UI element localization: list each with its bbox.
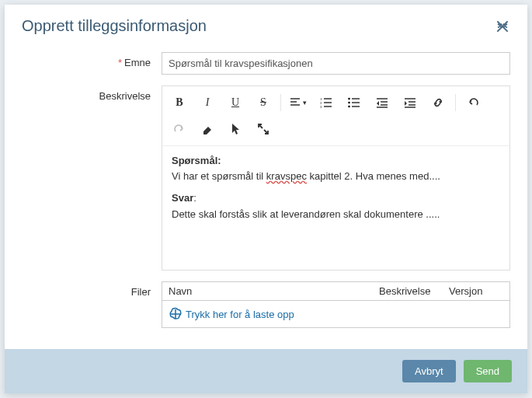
- rich-text-editor: B I U S ▾ 123: [162, 86, 510, 271]
- unordered-list-icon: [348, 97, 360, 108]
- redo-icon: [173, 123, 186, 135]
- align-left-icon: [290, 97, 302, 108]
- ordered-list-icon: 123: [320, 97, 332, 108]
- eraser-icon: [201, 124, 214, 134]
- link-button[interactable]: [424, 91, 452, 114]
- svg-point-3: [348, 98, 350, 100]
- toolbar-separator: [280, 94, 281, 111]
- indent-button[interactable]: [396, 91, 424, 114]
- modal-body: *Emne Beskrivelse B I U S ▾: [5, 44, 527, 349]
- col-description: Beskrivelse: [379, 285, 449, 297]
- file-table-header: Navn Beskrivelse Versjon: [162, 282, 509, 301]
- required-marker: *: [118, 57, 122, 68]
- close-icon: [495, 19, 510, 34]
- cursor-button[interactable]: [221, 117, 249, 141]
- file-table: Navn Beskrivelse Versjon Trykk her for å…: [162, 281, 510, 328]
- undo-button[interactable]: [459, 91, 487, 114]
- files-label: Filer: [22, 281, 162, 298]
- answer-text: Dette skal forstås slik at leverandøren …: [172, 208, 500, 222]
- svg-point-5: [348, 106, 350, 108]
- editor-content[interactable]: Spørsmål: Vi har et spørsmål til kravspe…: [162, 145, 509, 270]
- question-label: Spørsmål:: [172, 155, 221, 166]
- fullscreen-button[interactable]: [249, 117, 277, 141]
- description-row: Beskrivelse B I U S ▾ 123: [22, 86, 510, 271]
- underline-button[interactable]: U: [221, 91, 249, 114]
- expand-icon: [258, 124, 269, 134]
- outdent-button[interactable]: [368, 91, 396, 114]
- upload-text: Trykk her for å laste opp: [186, 309, 294, 320]
- ordered-list-button[interactable]: 123: [312, 91, 340, 114]
- col-name: Navn: [169, 285, 379, 297]
- subject-label: *Emne: [22, 52, 162, 68]
- outdent-icon: [376, 97, 388, 108]
- col-version: Versjon: [449, 285, 503, 297]
- send-button[interactable]: Send: [464, 360, 512, 382]
- unordered-list-button[interactable]: [340, 91, 368, 114]
- description-label: Beskrivelse: [22, 86, 162, 102]
- modal-dialog: Opprett tilleggsinformasjon *Emne Beskri…: [5, 5, 527, 393]
- link-icon: [432, 96, 444, 109]
- svg-text:3: 3: [320, 105, 322, 108]
- subject-input[interactable]: [162, 52, 510, 75]
- bold-button[interactable]: B: [165, 91, 193, 114]
- subject-row: *Emne: [22, 52, 510, 75]
- modal-footer: Avbryt Send: [5, 349, 527, 393]
- indent-icon: [404, 97, 416, 108]
- toolbar-separator: [455, 94, 456, 111]
- add-icon: [169, 307, 183, 321]
- redo-button[interactable]: [165, 117, 193, 141]
- upload-button[interactable]: Trykk her for å laste opp: [162, 301, 509, 327]
- cancel-button[interactable]: Avbryt: [402, 360, 456, 382]
- undo-icon: [467, 96, 479, 109]
- close-button[interactable]: [495, 19, 510, 34]
- files-row: Filer Navn Beskrivelse Versjon Trykk her…: [22, 281, 510, 328]
- modal-title: Opprett tilleggsinformasjon: [22, 17, 207, 35]
- editor-toolbar: B I U S ▾ 123: [162, 86, 509, 145]
- answer-label: Svar: [172, 192, 193, 204]
- cursor-icon: [230, 123, 241, 135]
- modal-header: Opprett tilleggsinformasjon: [5, 5, 527, 44]
- strike-button[interactable]: S: [249, 91, 277, 114]
- question-text: Vi har et spørsmål til kravspec kapittel…: [172, 169, 500, 183]
- italic-button[interactable]: I: [193, 91, 221, 114]
- align-button[interactable]: ▾: [284, 91, 312, 114]
- eraser-button[interactable]: [193, 117, 221, 141]
- svg-point-4: [348, 102, 350, 104]
